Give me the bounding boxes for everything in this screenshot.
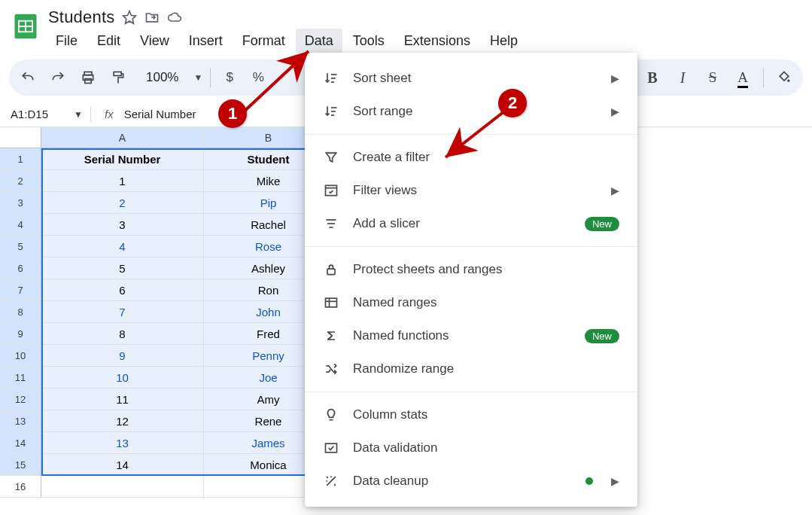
svg-marker-4 [123, 11, 136, 24]
menu-named-functions[interactable]: Named functions New [305, 319, 637, 352]
text-color-button[interactable]: A [730, 65, 756, 90]
cell[interactable] [41, 476, 204, 498]
menu-add-slicer[interactable]: Add a slicer New [305, 207, 637, 240]
row-header[interactable]: 2 [0, 170, 41, 192]
menu-insert[interactable]: Insert [180, 29, 232, 53]
row-header[interactable]: 13 [0, 410, 41, 432]
percent-button[interactable]: % [245, 65, 272, 90]
row-header[interactable]: 1 [0, 148, 41, 170]
cell[interactable]: 8 [41, 323, 204, 345]
paint-format-button[interactable] [105, 65, 131, 90]
cell[interactable]: 10 [41, 367, 204, 389]
menu-filter-views[interactable]: Filter views ▶ [305, 174, 637, 207]
menu-data[interactable]: Data [296, 29, 342, 53]
sheets-logo-icon[interactable] [11, 8, 41, 45]
cell[interactable]: 3 [41, 214, 204, 236]
submenu-arrow-icon: ▶ [611, 475, 619, 487]
document-title[interactable]: Students [48, 8, 114, 27]
menu-sort-sheet[interactable]: Sort sheet ▶ [305, 62, 637, 95]
menu-tools[interactable]: Tools [344, 29, 394, 53]
menu-view[interactable]: View [131, 29, 178, 53]
move-folder-icon[interactable] [144, 10, 160, 25]
menu-data-cleanup[interactable]: Data cleanup ▶ [305, 465, 637, 498]
row-header[interactable]: 16 [0, 476, 41, 498]
cell[interactable]: 1 [41, 170, 204, 192]
filter-icon [323, 149, 339, 166]
svg-point-9 [787, 80, 789, 82]
filter-views-icon [323, 182, 339, 199]
row-header[interactable]: 8 [0, 301, 41, 323]
menu-help[interactable]: Help [481, 29, 527, 53]
status-dot-icon [585, 477, 593, 485]
menu-protect-sheets[interactable]: Protect sheets and ranges [305, 253, 637, 286]
redo-button[interactable] [45, 65, 71, 90]
chevron-down-icon: ▼ [74, 109, 83, 120]
menu-format[interactable]: Format [233, 29, 294, 53]
column-header[interactable]: A [41, 127, 204, 148]
sort-sheet-icon [323, 70, 339, 87]
cell[interactable]: 5 [41, 258, 204, 279]
row-header[interactable]: 7 [0, 279, 41, 301]
row-header[interactable]: 15 [0, 454, 41, 476]
sort-range-icon [323, 103, 339, 120]
italic-button[interactable]: I [670, 65, 695, 90]
svg-rect-10 [326, 185, 337, 195]
cell[interactable]: 13 [41, 432, 204, 454]
row-header[interactable]: 12 [0, 389, 41, 410]
fx-icon: fx [91, 108, 124, 120]
named-ranges-icon [323, 294, 339, 311]
menu-data-validation[interactable]: Data validation [305, 431, 637, 465]
cell[interactable]: 7 [41, 301, 204, 323]
submenu-arrow-icon: ▶ [611, 72, 619, 84]
svg-rect-12 [326, 298, 337, 307]
chevron-down-icon: ▼ [193, 72, 202, 83]
formula-value[interactable]: Serial Number [124, 108, 196, 120]
row-header[interactable]: 4 [0, 214, 41, 236]
new-badge: New [585, 329, 619, 343]
separator [210, 68, 211, 87]
print-button[interactable] [75, 65, 101, 90]
bold-button[interactable]: B [640, 65, 665, 90]
submenu-arrow-icon: ▶ [611, 184, 619, 197]
cell[interactable]: 2 [41, 192, 204, 214]
cell[interactable]: 14 [41, 454, 204, 476]
row-header[interactable]: 14 [0, 432, 41, 454]
zoom-select[interactable]: 100% [135, 65, 189, 90]
cell[interactable]: 11 [41, 389, 204, 410]
cloud-status-icon[interactable] [167, 10, 182, 25]
row-header[interactable]: 10 [0, 345, 41, 367]
data-menu: Sort sheet ▶ Sort range ▶ Create a filte… [305, 53, 637, 507]
fill-color-button[interactable] [771, 65, 797, 90]
name-box[interactable]: A1:D15 ▼ [0, 108, 90, 120]
menu-create-filter[interactable]: Create a filter [305, 141, 637, 174]
menu-separator [305, 246, 637, 247]
row-header[interactable]: 5 [0, 236, 41, 258]
cell[interactable]: 9 [41, 345, 204, 367]
row-header[interactable]: 11 [0, 367, 41, 389]
menu-randomize-range[interactable]: Randomize range [305, 352, 637, 385]
cell[interactable]: 6 [41, 279, 204, 301]
menu-named-ranges[interactable]: Named ranges [305, 286, 637, 319]
shuffle-icon [323, 361, 339, 377]
row-header[interactable]: 3 [0, 192, 41, 214]
svg-rect-13 [326, 443, 337, 453]
currency-button[interactable]: $ [218, 65, 240, 90]
slicer-icon [323, 215, 339, 232]
menu-sort-range[interactable]: Sort range ▶ [305, 95, 637, 128]
menu-column-stats[interactable]: Column stats [305, 398, 637, 431]
star-icon[interactable] [122, 10, 137, 25]
cell[interactable]: 12 [41, 410, 204, 432]
title-bar: Students FileEditViewInsertFormatDataToo… [0, 0, 812, 58]
row-header[interactable]: 9 [0, 323, 41, 345]
menu-file[interactable]: File [47, 29, 87, 53]
menu-edit[interactable]: Edit [88, 29, 129, 53]
sigma-icon [323, 328, 339, 344]
cell[interactable]: Serial Number [41, 148, 204, 170]
undo-button[interactable] [15, 65, 41, 90]
row-header[interactable]: 6 [0, 258, 41, 279]
lock-icon [323, 261, 339, 278]
menu-extensions[interactable]: Extensions [395, 29, 479, 53]
strikethrough-button[interactable]: S [700, 65, 725, 90]
cell[interactable]: 4 [41, 236, 204, 258]
select-all-corner[interactable] [0, 127, 41, 148]
